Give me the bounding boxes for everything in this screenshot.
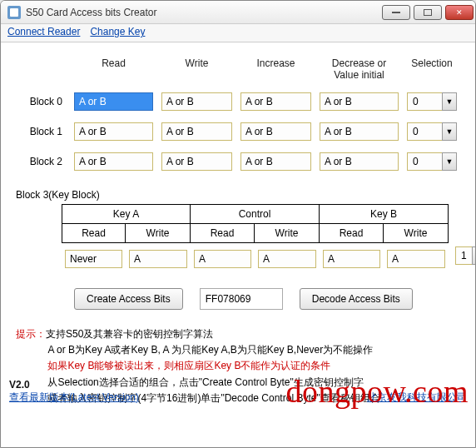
keyB-write-header: Write (384, 224, 449, 243)
col-header-increase: Increase (240, 57, 311, 81)
col-header-decrease: Decrease or Value initial (320, 57, 399, 81)
block0-label: Block 0 (16, 96, 66, 107)
col-header-read: Read (74, 57, 153, 81)
maximize-button[interactable] (414, 5, 442, 20)
block1-selection-combo[interactable]: 0 ▼ (407, 122, 457, 141)
keyA-write-input[interactable] (129, 250, 187, 268)
ctrl-read-input[interactable] (194, 250, 251, 268)
keyB-read-header: Read (320, 224, 384, 243)
keyB-read-input[interactable] (323, 250, 380, 268)
create-access-bits-button[interactable]: Create Access Bits (74, 288, 183, 310)
block3-selection-combo[interactable]: 1 ▼ (455, 246, 476, 265)
help-label: 提示： (16, 328, 46, 340)
help-line3: 如果Key B能够被读出来，则相应扇区Key B不能作为认证的条件 (47, 358, 330, 374)
keyB-write-input[interactable] (387, 250, 445, 268)
block0-increase-input[interactable] (240, 92, 311, 111)
ctrl-write-header: Write (255, 224, 320, 243)
block1-decrease-input[interactable] (320, 122, 399, 141)
block1-increase-input[interactable] (240, 122, 311, 141)
block2-write-input[interactable] (161, 152, 232, 171)
help-line1: 支持S50及其兼容卡的密钥控制字算法 (46, 328, 213, 340)
block3-control-header: Control (191, 204, 320, 224)
block1-read-input[interactable] (74, 122, 153, 141)
app-icon (7, 6, 21, 19)
ctrl-read-header: Read (191, 224, 255, 243)
latest-version-link[interactable]: 查看最新版本(Latest Version) (9, 391, 139, 403)
block3-keyB-header: Key B (320, 204, 449, 224)
block1-write-input[interactable] (161, 122, 232, 141)
window-title: S50 Card Access bits Creator (26, 7, 156, 18)
close-button[interactable] (445, 5, 474, 20)
chevron-down-icon: ▼ (442, 92, 457, 111)
block1-label: Block 1 (16, 126, 66, 137)
block2-increase-input[interactable] (240, 152, 311, 171)
version-label: V2.0 (9, 379, 30, 391)
block0-read-input[interactable] (74, 92, 153, 111)
brand-watermark: dongpow.com (286, 373, 469, 410)
minimize-button[interactable] (382, 5, 410, 20)
decode-access-bits-button[interactable]: Decode Access Bits (300, 288, 413, 310)
chevron-down-icon: ▼ (472, 246, 476, 265)
col-header-selection: Selection (407, 57, 457, 81)
block0-write-input[interactable] (161, 92, 232, 111)
block3-keyA-header: Key A (62, 204, 191, 224)
menu-change-key[interactable]: Change Key (90, 26, 145, 42)
col-header-write: Write (161, 57, 232, 81)
block0-selection-combo[interactable]: 0 ▼ (407, 92, 457, 111)
help-line2: A or B为Key A或者Key B, A 为只能Key A,B为只能Key … (47, 342, 373, 358)
keyA-read-input[interactable] (65, 250, 122, 268)
keyA-write-header: Write (126, 224, 191, 243)
block2-decrease-input[interactable] (320, 152, 399, 171)
block0-decrease-input[interactable] (320, 92, 399, 111)
block2-read-input[interactable] (74, 152, 153, 171)
block2-selection-combo[interactable]: 0 ▼ (407, 152, 457, 171)
chevron-down-icon: ▼ (442, 152, 457, 171)
hex-value-input[interactable] (200, 288, 283, 310)
block2-label: Block 2 (16, 156, 66, 167)
keyA-read-header: Read (62, 224, 126, 243)
ctrl-write-input[interactable] (258, 250, 316, 268)
menu-connect-reader[interactable]: Connect Reader (7, 26, 80, 42)
block3-title: Block 3(Key Block) (16, 189, 460, 201)
chevron-down-icon: ▼ (442, 122, 457, 141)
